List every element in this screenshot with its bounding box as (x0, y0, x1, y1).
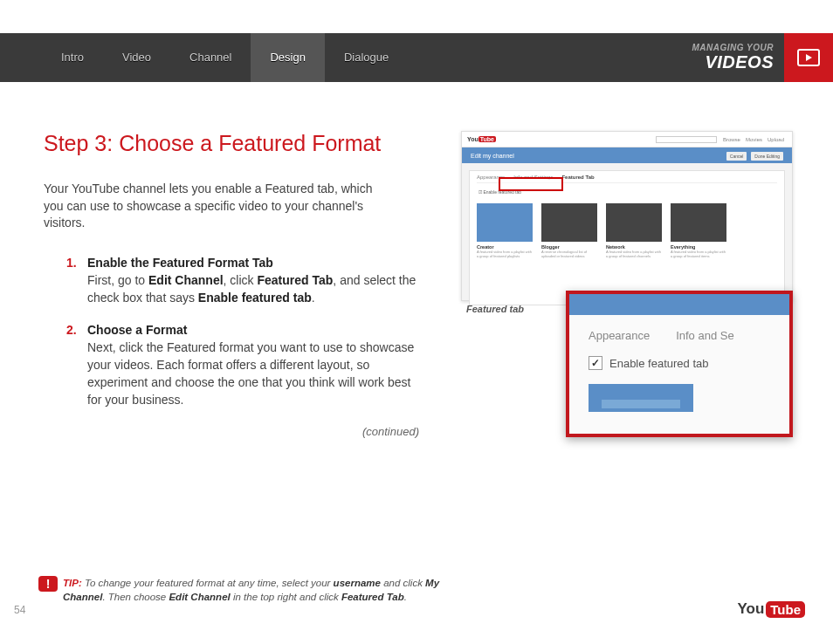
mini-done-button: Done Editing (751, 152, 783, 161)
format-creator: Creator A featured video from a playlist… (477, 203, 533, 259)
mini-cancel-button: Cancel (726, 152, 747, 161)
page-title: Step 3: Choose a Featured Format (44, 131, 428, 156)
zoom-tab-appearance: Appearance (589, 329, 650, 342)
header-icon-block (784, 33, 833, 82)
nav-intro[interactable]: Intro (42, 33, 103, 82)
mini-youtube-logo: YouTube (467, 136, 496, 142)
play-icon (797, 49, 820, 66)
step-1-body: First, go to Edit Channel, click Feature… (87, 273, 416, 305)
step-2-title: Choose a Format (87, 323, 187, 337)
section-big: VIDEOS (692, 53, 774, 72)
mini-link-browse: Browse (723, 137, 740, 142)
alert-icon: ! (38, 576, 58, 592)
youtube-logo-you: You (737, 600, 764, 618)
format-everything: Everything A featured video from a playl… (671, 203, 726, 259)
step-2-number: 2. (66, 322, 77, 339)
intro-text: Your YouTube channel lets you enable a F… (44, 181, 375, 232)
mini-tab-featured: Featured Tab (561, 175, 594, 180)
continued-label: (continued) (44, 425, 428, 438)
nav-channel[interactable]: Channel (170, 33, 251, 82)
zoom-format-preview (589, 384, 693, 412)
format-network: Network A featured video from a playlist… (606, 203, 662, 259)
zoom-checkbox-label: Enable featured tab (609, 357, 708, 370)
tip-box: ! TIP: To change your featured format at… (63, 576, 447, 604)
nav-design[interactable]: Design (251, 33, 324, 82)
step-1-title: Enable the Featured Format Tab (87, 256, 273, 270)
screenshot-area: YouTube Browse Movies Upload Edit my cha… (437, 131, 789, 506)
screenshot-zoom: Appearance Info and Se ✓ Enable featured… (566, 291, 793, 437)
tip-body: To change your featured format at any ti… (63, 578, 439, 602)
mini-link-upload: Upload (768, 137, 784, 142)
page-number: 54 (14, 604, 25, 616)
nav-video[interactable]: Video (103, 33, 170, 82)
tip-label: TIP: (63, 578, 82, 588)
nav-dialogue[interactable]: Dialogue (325, 33, 408, 82)
screenshot-caption: Featured tab (466, 304, 524, 314)
youtube-logo: You Tube (737, 600, 805, 618)
step-1: 1. Enable the Featured Format Tab First,… (87, 255, 428, 307)
header-bar: Intro Video Channel Design Dialogue MANA… (0, 33, 833, 82)
mini-search-input (656, 136, 717, 143)
step-2-body: Next, click the Featured format you want… (87, 340, 414, 407)
section-label: MANAGING YOUR VIDEOS (692, 44, 784, 72)
callout-highlight-small (499, 177, 563, 191)
screenshot-edit-channel: YouTube Browse Movies Upload Edit my cha… (461, 131, 793, 301)
step-1-number: 1. (66, 255, 77, 272)
zoom-tab-info: Info and Se (676, 329, 734, 342)
step-2: 2. Choose a Format Next, click the Featu… (87, 322, 428, 408)
youtube-logo-tube: Tube (766, 601, 805, 618)
format-blogger: Blogger A reverse chronological list of … (541, 203, 597, 259)
zoom-checkbox: ✓ (589, 356, 602, 370)
mini-bluebar-title: Edit my channel (471, 153, 514, 159)
mini-link-movies: Movies (746, 137, 762, 142)
